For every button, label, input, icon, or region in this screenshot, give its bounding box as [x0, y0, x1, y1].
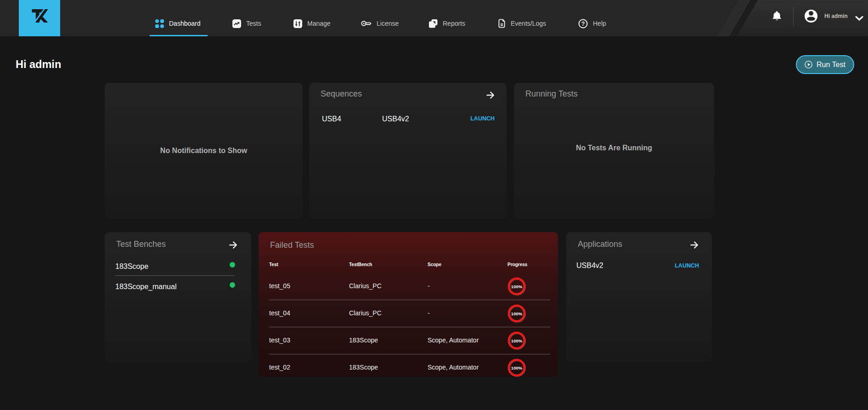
- svg-text:?: ?: [581, 21, 585, 27]
- svg-text:100%: 100%: [511, 365, 523, 370]
- svg-text:100%: 100%: [511, 311, 523, 316]
- svg-text:100%: 100%: [511, 338, 523, 343]
- svg-text:100%: 100%: [511, 284, 523, 289]
